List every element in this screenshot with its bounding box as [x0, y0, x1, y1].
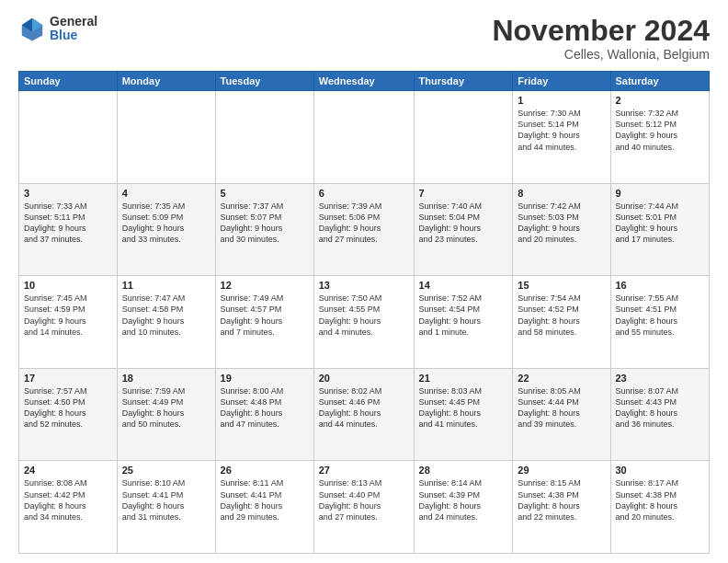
calendar-weekday-monday: Monday — [117, 72, 215, 91]
cell-info: Sunrise: 8:05 AMSunset: 4:44 PMDaylight:… — [518, 385, 605, 431]
calendar-cell: 8Sunrise: 7:42 AMSunset: 5:03 PMDaylight… — [513, 183, 610, 276]
calendar-cell: 16Sunrise: 7:55 AMSunset: 4:51 PMDayligh… — [610, 276, 710, 369]
header: General Blue November 2024 Celles, Wallo… — [18, 15, 710, 62]
cell-info: Sunrise: 8:10 AMSunset: 4:41 PMDaylight:… — [122, 477, 210, 523]
cell-day-number: 12 — [221, 280, 309, 291]
calendar-cell: 10Sunrise: 7:45 AMSunset: 4:59 PMDayligh… — [19, 276, 118, 369]
calendar-cell: 22Sunrise: 8:05 AMSunset: 4:44 PMDayligh… — [513, 368, 610, 461]
calendar-table: SundayMondayTuesdayWednesdayThursdayFrid… — [18, 71, 710, 554]
cell-day-number: 6 — [319, 188, 409, 199]
calendar-cell — [215, 91, 313, 184]
cell-day-number: 21 — [419, 373, 508, 384]
cell-info: Sunrise: 8:11 AMSunset: 4:41 PMDaylight:… — [221, 477, 309, 523]
cell-day-number: 18 — [122, 373, 210, 384]
calendar-cell: 14Sunrise: 7:52 AMSunset: 4:54 PMDayligh… — [414, 276, 513, 369]
cell-info: Sunrise: 7:33 AMSunset: 5:11 PMDaylight:… — [24, 201, 112, 246]
cell-day-number: 16 — [616, 280, 705, 291]
cell-day-number: 14 — [419, 280, 508, 291]
cell-day-number: 30 — [616, 465, 705, 476]
cell-day-number: 7 — [419, 188, 508, 199]
cell-info: Sunrise: 7:45 AMSunset: 4:59 PMDaylight:… — [24, 293, 112, 338]
cell-day-number: 26 — [221, 465, 309, 476]
calendar-cell: 18Sunrise: 7:59 AMSunset: 4:49 PMDayligh… — [117, 368, 215, 461]
calendar-cell: 27Sunrise: 8:13 AMSunset: 4:40 PMDayligh… — [313, 461, 414, 554]
calendar-cell: 15Sunrise: 7:54 AMSunset: 4:52 PMDayligh… — [513, 276, 610, 369]
calendar-header-row: SundayMondayTuesdayWednesdayThursdayFrid… — [19, 72, 710, 91]
cell-day-number: 28 — [419, 465, 508, 476]
cell-info: Sunrise: 8:14 AMSunset: 4:39 PMDaylight:… — [419, 477, 508, 523]
cell-info: Sunrise: 8:07 AMSunset: 4:43 PMDaylight:… — [616, 385, 705, 431]
cell-day-number: 29 — [518, 465, 605, 476]
cell-info: Sunrise: 8:15 AMSunset: 4:38 PMDaylight:… — [518, 477, 605, 523]
cell-day-number: 10 — [24, 280, 112, 291]
calendar-weekday-tuesday: Tuesday — [215, 72, 313, 91]
page: General Blue November 2024 Celles, Wallo… — [0, 0, 728, 563]
cell-day-number: 5 — [221, 188, 309, 199]
cell-day-number: 24 — [24, 465, 112, 476]
calendar-cell — [414, 91, 513, 184]
calendar-cell: 2Sunrise: 7:32 AMSunset: 5:12 PMDaylight… — [610, 91, 710, 184]
calendar-cell: 17Sunrise: 7:57 AMSunset: 4:50 PMDayligh… — [19, 368, 118, 461]
calendar-cell: 24Sunrise: 8:08 AMSunset: 4:42 PMDayligh… — [19, 461, 118, 554]
calendar-weekday-thursday: Thursday — [414, 72, 513, 91]
calendar-cell: 30Sunrise: 8:17 AMSunset: 4:38 PMDayligh… — [610, 461, 710, 554]
cell-day-number: 15 — [518, 280, 605, 291]
cell-info: Sunrise: 7:50 AMSunset: 4:55 PMDaylight:… — [319, 293, 409, 338]
calendar-cell: 28Sunrise: 8:14 AMSunset: 4:39 PMDayligh… — [414, 461, 513, 554]
cell-day-number: 1 — [518, 95, 605, 106]
cell-day-number: 23 — [616, 373, 705, 384]
cell-info: Sunrise: 7:32 AMSunset: 5:12 PMDaylight:… — [616, 108, 705, 153]
cell-info: Sunrise: 7:54 AMSunset: 4:52 PMDaylight:… — [518, 293, 605, 338]
cell-info: Sunrise: 7:44 AMSunset: 5:01 PMDaylight:… — [616, 201, 705, 246]
calendar-cell: 9Sunrise: 7:44 AMSunset: 5:01 PMDaylight… — [610, 183, 710, 276]
calendar-cell: 29Sunrise: 8:15 AMSunset: 4:38 PMDayligh… — [513, 461, 610, 554]
cell-info: Sunrise: 8:13 AMSunset: 4:40 PMDaylight:… — [319, 477, 409, 523]
calendar-weekday-friday: Friday — [513, 72, 610, 91]
cell-info: Sunrise: 8:02 AMSunset: 4:46 PMDaylight:… — [319, 385, 409, 431]
calendar-cell: 12Sunrise: 7:49 AMSunset: 4:57 PMDayligh… — [215, 276, 313, 369]
calendar-cell: 26Sunrise: 8:11 AMSunset: 4:41 PMDayligh… — [215, 461, 313, 554]
page-subtitle: Celles, Wallonia, Belgium — [492, 47, 710, 62]
cell-info: Sunrise: 7:52 AMSunset: 4:54 PMDaylight:… — [419, 293, 508, 338]
cell-info: Sunrise: 7:55 AMSunset: 4:51 PMDaylight:… — [616, 293, 705, 338]
calendar-cell — [313, 91, 414, 184]
calendar-week-row: 3Sunrise: 7:33 AMSunset: 5:11 PMDaylight… — [19, 183, 710, 276]
calendar-cell: 11Sunrise: 7:47 AMSunset: 4:58 PMDayligh… — [117, 276, 215, 369]
calendar-weekday-saturday: Saturday — [610, 72, 710, 91]
cell-day-number: 20 — [319, 373, 409, 384]
cell-info: Sunrise: 8:17 AMSunset: 4:38 PMDaylight:… — [616, 477, 705, 523]
cell-info: Sunrise: 7:57 AMSunset: 4:50 PMDaylight:… — [24, 385, 112, 431]
cell-info: Sunrise: 7:30 AMSunset: 5:14 PMDaylight:… — [518, 108, 605, 153]
cell-info: Sunrise: 7:39 AMSunset: 5:06 PMDaylight:… — [319, 201, 409, 246]
calendar-cell: 19Sunrise: 8:00 AMSunset: 4:48 PMDayligh… — [215, 368, 313, 461]
cell-day-number: 8 — [518, 188, 605, 199]
page-title: November 2024 — [492, 15, 710, 47]
calendar-cell: 3Sunrise: 7:33 AMSunset: 5:11 PMDaylight… — [19, 183, 118, 276]
calendar-week-row: 1Sunrise: 7:30 AMSunset: 5:14 PMDaylight… — [19, 91, 710, 184]
calendar-cell: 4Sunrise: 7:35 AMSunset: 5:09 PMDaylight… — [117, 183, 215, 276]
calendar-cell — [19, 91, 118, 184]
calendar-weekday-wednesday: Wednesday — [313, 72, 414, 91]
calendar-week-row: 17Sunrise: 7:57 AMSunset: 4:50 PMDayligh… — [19, 368, 710, 461]
logo-general-text: General — [50, 15, 97, 29]
calendar-cell: 1Sunrise: 7:30 AMSunset: 5:14 PMDaylight… — [513, 91, 610, 184]
cell-day-number: 4 — [122, 188, 210, 199]
cell-info: Sunrise: 7:49 AMSunset: 4:57 PMDaylight:… — [221, 293, 309, 338]
cell-info: Sunrise: 7:47 AMSunset: 4:58 PMDaylight:… — [122, 293, 210, 338]
cell-day-number: 9 — [616, 188, 705, 199]
cell-info: Sunrise: 7:59 AMSunset: 4:49 PMDaylight:… — [122, 385, 210, 431]
cell-day-number: 19 — [221, 373, 309, 384]
cell-day-number: 13 — [319, 280, 409, 291]
logo-icon — [18, 15, 46, 42]
calendar-cell: 20Sunrise: 8:02 AMSunset: 4:46 PMDayligh… — [313, 368, 414, 461]
title-block: November 2024 Celles, Wallonia, Belgium — [492, 15, 710, 62]
calendar-weekday-sunday: Sunday — [19, 72, 118, 91]
cell-day-number: 2 — [616, 95, 705, 106]
calendar-week-row: 10Sunrise: 7:45 AMSunset: 4:59 PMDayligh… — [19, 276, 710, 369]
logo: General Blue — [18, 15, 97, 43]
calendar-week-row: 24Sunrise: 8:08 AMSunset: 4:42 PMDayligh… — [19, 461, 710, 554]
calendar-cell: 7Sunrise: 7:40 AMSunset: 5:04 PMDaylight… — [414, 183, 513, 276]
calendar-cell: 6Sunrise: 7:39 AMSunset: 5:06 PMDaylight… — [313, 183, 414, 276]
calendar-cell: 23Sunrise: 8:07 AMSunset: 4:43 PMDayligh… — [610, 368, 710, 461]
cell-day-number: 17 — [24, 373, 112, 384]
